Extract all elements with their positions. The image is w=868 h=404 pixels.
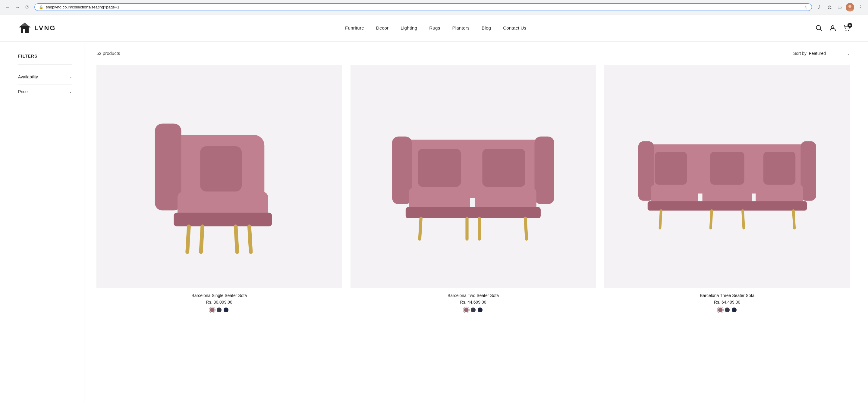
product-swatches-3[interactable] xyxy=(718,308,737,312)
nav-rugs[interactable]: Rugs xyxy=(429,25,440,30)
product-image-2 xyxy=(350,65,596,288)
logo-text: LVNG xyxy=(34,24,56,32)
svg-rect-39 xyxy=(764,152,795,185)
products-count: 52 products xyxy=(96,51,120,56)
swatch-charcoal-2[interactable] xyxy=(471,308,475,312)
svg-line-6 xyxy=(820,29,822,31)
swatch-charcoal-1[interactable] xyxy=(217,308,221,312)
filter-price[interactable]: Price ⌄ xyxy=(18,85,72,99)
extensions-icon[interactable]: ⚖ xyxy=(825,3,834,11)
nav-lighting[interactable]: Lighting xyxy=(401,25,417,30)
svg-marker-4 xyxy=(21,23,29,26)
svg-point-8 xyxy=(846,30,846,31)
profile-avatar[interactable] xyxy=(846,3,854,11)
filter-divider-top xyxy=(18,64,72,65)
swatch-mauve-2[interactable] xyxy=(464,308,469,312)
nav-furniture[interactable]: Funriture xyxy=(345,25,364,30)
svg-rect-13 xyxy=(174,213,272,226)
svg-line-27 xyxy=(420,218,421,239)
svg-line-30 xyxy=(525,218,527,239)
product-name-3: Barcelona Three Seater Sofa xyxy=(700,293,754,298)
svg-point-7 xyxy=(832,26,834,28)
svg-point-9 xyxy=(848,30,849,31)
swatch-mauve-1[interactable] xyxy=(210,308,215,312)
star-icon[interactable]: ☆ xyxy=(804,5,807,9)
browser-actions: ⤴ ⚖ ▭ ⋮ xyxy=(815,3,864,11)
product-swatches-2[interactable] xyxy=(464,308,483,312)
svg-point-5 xyxy=(816,25,821,30)
svg-rect-21 xyxy=(535,136,554,204)
svg-rect-11 xyxy=(155,124,181,211)
cart-button[interactable]: 0 xyxy=(843,25,850,31)
products-grid: Barcelona Single Seater Sofa Rs. 30,099.… xyxy=(96,65,850,312)
svg-point-1 xyxy=(848,5,851,8)
forward-button[interactable]: → xyxy=(13,3,22,11)
svg-line-15 xyxy=(187,226,189,252)
filters-title: FILTERS xyxy=(18,54,72,59)
account-button[interactable] xyxy=(830,25,836,31)
product-card-2[interactable]: Barcelona Two Seater Sofa Rs. 44,699.00 xyxy=(350,65,596,312)
product-price-1: Rs. 30,099.00 xyxy=(206,300,232,305)
logo-icon xyxy=(18,22,31,35)
filter-price-label: Price xyxy=(18,89,28,94)
svg-line-17 xyxy=(201,226,203,252)
availability-chevron-icon: ⌄ xyxy=(69,75,72,79)
swatch-mauve-3[interactable] xyxy=(718,308,723,312)
svg-rect-24 xyxy=(418,149,461,187)
swatch-charcoal-3[interactable] xyxy=(725,308,730,312)
swatch-navy-2[interactable] xyxy=(478,308,483,312)
svg-line-43 xyxy=(743,211,744,228)
svg-line-44 xyxy=(793,211,794,228)
address-bar[interactable]: 🔒 ☆ xyxy=(34,3,812,11)
products-header: 52 products Sort by Featured Price: Low … xyxy=(96,51,850,56)
main-layout: FILTERS Availability ⌄ Price ⌄ 52 produc… xyxy=(0,41,868,404)
share-icon[interactable]: ⤴ xyxy=(815,3,824,11)
svg-line-16 xyxy=(250,226,251,252)
svg-rect-26 xyxy=(406,207,541,218)
sidebar-icon[interactable]: ▭ xyxy=(835,3,844,11)
filter-availability[interactable]: Availability ⌄ xyxy=(18,70,72,85)
nav-decor[interactable]: Decor xyxy=(376,25,389,30)
url-input[interactable] xyxy=(46,5,801,9)
nav-contact[interactable]: Contact Us xyxy=(503,25,526,30)
svg-line-41 xyxy=(660,211,661,228)
product-price-3: Rs. 64,499.00 xyxy=(714,300,740,305)
search-button[interactable] xyxy=(815,25,822,31)
swatch-navy-1[interactable] xyxy=(224,308,228,312)
products-area: 52 products Sort by Featured Price: Low … xyxy=(84,41,868,404)
nav-blog[interactable]: Blog xyxy=(482,25,491,30)
price-chevron-icon: ⌄ xyxy=(69,90,72,94)
product-image-1 xyxy=(96,65,342,288)
nav-planters[interactable]: Planters xyxy=(453,25,470,30)
svg-rect-40 xyxy=(648,201,807,211)
site-header: LVNG Funriture Decor Lighting Rugs Plant… xyxy=(0,14,868,41)
lock-icon: 🔒 xyxy=(39,5,43,9)
svg-rect-14 xyxy=(200,146,242,191)
back-button[interactable]: ← xyxy=(4,3,12,11)
swatch-navy-3[interactable] xyxy=(732,308,737,312)
browser-chrome: ← → ⟳ 🔒 ☆ ⤴ ⚖ ▭ ⋮ xyxy=(0,0,868,14)
sort-chevron-icon: ⌄ xyxy=(847,51,850,56)
svg-rect-38 xyxy=(710,152,744,185)
reload-button[interactable]: ⟳ xyxy=(23,3,31,11)
svg-rect-37 xyxy=(655,152,687,185)
product-image-3 xyxy=(604,65,850,288)
sort-by-label: Sort by xyxy=(793,51,807,56)
product-swatches-1[interactable] xyxy=(210,308,228,312)
browser-nav-buttons: ← → ⟳ xyxy=(4,3,31,11)
header-icons: 0 xyxy=(815,25,850,31)
product-card-1[interactable]: Barcelona Single Seater Sofa Rs. 30,099.… xyxy=(96,65,342,312)
svg-rect-25 xyxy=(483,149,526,187)
sort-select[interactable]: Featured Price: Low to High Price: High … xyxy=(809,51,849,56)
svg-line-42 xyxy=(711,211,712,228)
filter-availability-label: Availability xyxy=(18,74,38,79)
menu-icon[interactable]: ⋮ xyxy=(856,3,864,11)
product-price-2: Rs. 44,699.00 xyxy=(460,300,486,305)
cart-count: 0 xyxy=(847,23,852,28)
sort-wrapper: Sort by Featured Price: Low to High Pric… xyxy=(793,51,850,56)
product-name-1: Barcelona Single Seater Sofa xyxy=(191,293,247,298)
logo-link[interactable]: LVNG xyxy=(18,22,56,35)
svg-line-18 xyxy=(236,226,237,252)
product-card-3[interactable]: Barcelona Three Seater Sofa Rs. 64,499.0… xyxy=(604,65,850,312)
main-nav: Funriture Decor Lighting Rugs Planters B… xyxy=(345,25,526,30)
